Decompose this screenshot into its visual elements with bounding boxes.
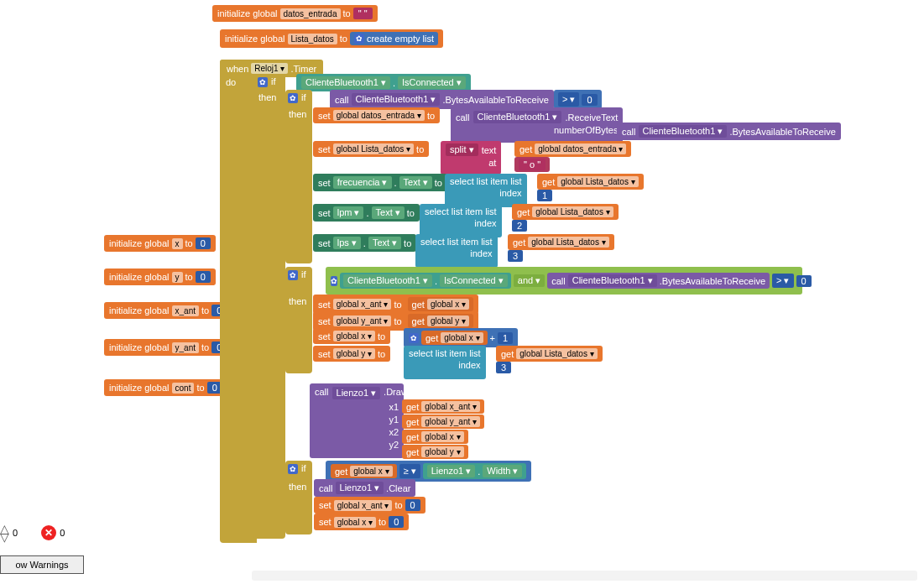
init-lista-datos[interactable]: initialize global Lista_datos to ✿ creat…: [220, 29, 443, 48]
y1v[interactable]: get global y_ant ▾: [402, 415, 484, 429]
set-y[interactable]: setglobal y ▾to: [313, 346, 390, 362]
get-ldy[interactable]: getglobal Lista_datos ▾: [496, 346, 603, 362]
if-gear[interactable]: ✿: [258, 76, 268, 87]
set-datos[interactable]: set global datos_entrada ▾ to: [313, 107, 440, 123]
recv-text[interactable]: call ClienteBluetooth1 ▾ .ReceiveText nu…: [451, 107, 623, 143]
sel1[interactable]: select list item list index: [445, 174, 527, 207]
drawline[interactable]: call Lienzo1 ▾ .DrawLine x1 y1 x2 y2: [310, 383, 404, 458]
init-datos-entrada[interactable]: initialize global datos_entrada to " ": [212, 5, 378, 22]
x2v[interactable]: get global x ▾: [402, 430, 468, 444]
get-lista2[interactable]: getglobal Lista_datos ▾: [512, 204, 619, 220]
gt[interactable]: > ▾ 0: [554, 90, 602, 109]
sel-y[interactable]: select list item list index: [404, 346, 486, 379]
to: to: [340, 34, 347, 44]
idx1: 1: [537, 190, 552, 201]
and-right: call ClienteBluetooth1 ▾ .BytesAvailable…: [547, 273, 770, 289]
var[interactable]: Lista_datos: [288, 34, 337, 44]
split-block[interactable]: split ▾ text at: [441, 141, 501, 175]
if-spine: [253, 74, 285, 539]
set-x[interactable]: setglobal x ▾to: [313, 328, 390, 344]
bottom-controls: △▽ 0 ✕ 0 ow Warnings: [0, 525, 84, 574]
and-row[interactable]: ✿ ClienteBluetooth1 ▾.IsConnected ▾ and …: [326, 267, 802, 295]
idx3: 3: [508, 250, 523, 262]
lbl: create empty list: [367, 34, 434, 44]
lbl: initialize global: [225, 34, 285, 44]
reset-x[interactable]: setglobal x ▾to 0: [314, 514, 409, 530]
set-lps[interactable]: set lps ▾ . Text ▾ to: [313, 234, 416, 252]
idx2: 2: [512, 220, 527, 232]
set-frec[interactable]: set frecuencia ▾ . Text ▾ to: [313, 174, 447, 191]
sel3[interactable]: select list item list index: [415, 234, 498, 268]
error-count: 0: [60, 528, 65, 538]
call-clear[interactable]: call Lienzo1 ▾ .Clear: [314, 479, 415, 497]
plus[interactable]: ✿ get global x ▾ + 1: [404, 328, 518, 347]
warning-count: 0: [13, 528, 18, 538]
get-lista1[interactable]: getglobal Lista_datos ▾: [537, 174, 644, 190]
then-lbl: then: [258, 92, 276, 102]
inner-if2-spine: [285, 267, 312, 373]
lbl: initialize global: [217, 8, 278, 18]
gear-icon: ✿: [331, 276, 337, 286]
y2v[interactable]: get global y ▾: [402, 445, 468, 459]
init-x-ant[interactable]: initialize global x_ant to 0: [104, 302, 232, 319]
sel2[interactable]: select list item list index: [420, 204, 502, 237]
do-spine: [220, 60, 257, 543]
cond-isconnected[interactable]: ClienteBluetooth1 ▾ . IsConnected ▾: [296, 74, 471, 91]
bytes-call[interactable]: call ClienteBluetooth1 ▾ .BytesAvailable…: [617, 123, 841, 140]
get-lista3[interactable]: getglobal Lista_datos ▾: [508, 234, 614, 250]
do-label: do: [226, 77, 236, 87]
init-y[interactable]: initialize global y to 0: [104, 269, 216, 285]
horizontal-scrollbar[interactable]: [252, 571, 917, 581]
and-left: ClienteBluetooth1 ▾.IsConnected ▾: [340, 273, 511, 289]
empty-list[interactable]: ✿ create empty list: [350, 32, 438, 45]
inner-if-gear[interactable]: ✿: [288, 92, 298, 103]
set-lpm[interactable]: set lpm ▾ . Text ▾ to: [313, 204, 420, 222]
init-x[interactable]: initialize global x to 0: [104, 235, 216, 252]
init-y-ant[interactable]: initialize global y_ant to 0: [104, 339, 232, 356]
init-cont[interactable]: initialize global cont to 0: [104, 379, 227, 396]
set-lista[interactable]: set global Lista_datos ▾ to: [313, 141, 429, 157]
warning-triangles-icon[interactable]: △▽: [0, 525, 9, 540]
to: to: [343, 8, 351, 18]
error-icon[interactable]: ✕: [41, 525, 56, 540]
x1v[interactable]: get global x_ant ▾: [402, 399, 484, 414]
gear-icon: ✿: [354, 34, 364, 44]
cond-bytes[interactable]: call ClienteBluetooth1 ▾ .BytesAvailable…: [330, 90, 554, 109]
show-warnings-button[interactable]: ow Warnings: [0, 555, 84, 574]
str: " ": [353, 8, 373, 19]
sep: " o ": [514, 157, 550, 172]
get-datos[interactable]: get global datos_entrada ▾: [514, 141, 631, 157]
if-lbl: if: [271, 76, 276, 86]
var[interactable]: datos_entrada: [280, 8, 341, 19]
reset-xant[interactable]: setglobal x_ant ▾to 0: [314, 497, 425, 514]
